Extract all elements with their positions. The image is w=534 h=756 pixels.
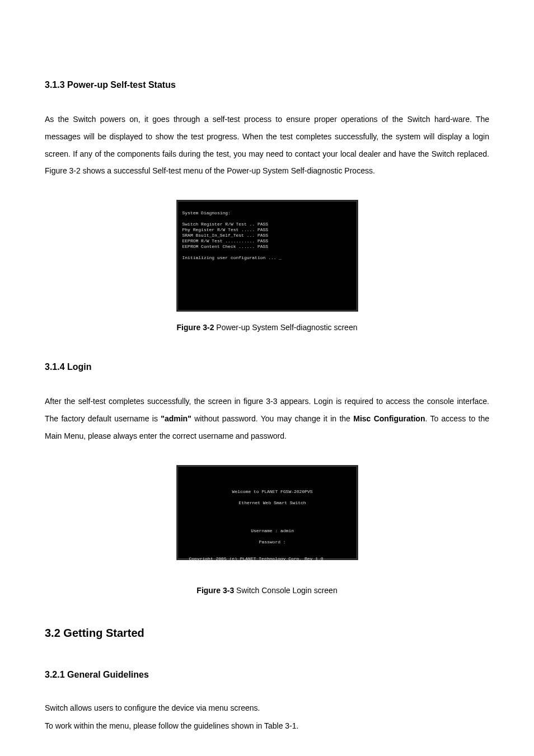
heading-3-1-4: 3.1.4 Login — [45, 360, 489, 374]
heading-3-1-3: 3.1.3 Power-up Self-test Status — [45, 78, 489, 92]
login-password: Password : — [259, 539, 286, 544]
login-copyright: Copyright 2005 (c) PLANET Technology Cor… — [182, 556, 352, 562]
terminal-login: Welcome to PLANET FGSW-2620PVS Ethernet … — [176, 465, 358, 560]
para-321-1: Switch allows users to configure the dev… — [45, 701, 489, 716]
heading-3-2: 3.2 Getting Started — [45, 624, 489, 641]
para314-mid: without password. You may change it in t… — [191, 414, 353, 423]
para314-admin: "admin" — [161, 414, 191, 423]
paragraph-3-1-3: As the Switch powers on, it goes through… — [45, 111, 489, 180]
caption-3-2-rest: Power-up System Self-diagnostic screen — [214, 323, 357, 332]
caption-3-2-bold: Figure 3-2 — [177, 323, 214, 332]
terminal-self-test: System Diagnosing: Switch Register R/W T… — [176, 200, 358, 312]
heading-3-2-1: 3.2.1 General Guidelines — [45, 668, 489, 682]
paragraph-3-1-4: After the self-test completes successful… — [45, 393, 489, 444]
figure-3-2-wrap: System Diagnosing: Switch Register R/W T… — [45, 200, 489, 312]
caption-3-3-rest: Switch Console Login screen — [234, 586, 337, 595]
caption-figure-3-3: Figure 3-3 Switch Console Login screen — [45, 585, 489, 597]
login-welcome1: Welcome to PLANET FGSW-2620PVS — [232, 489, 313, 494]
caption-figure-3-2: Figure 3-2 Power-up System Self-diagnost… — [45, 322, 489, 334]
para314-misc: Misc Configuration — [353, 414, 425, 423]
figure-3-3-wrap: Welcome to PLANET FGSW-2620PVS Ethernet … — [45, 465, 489, 575]
caption-3-3-bold: Figure 3-3 — [196, 586, 234, 595]
para-321-2: To work within the menu, please follow t… — [45, 719, 489, 734]
login-username: Username : admin — [251, 528, 294, 533]
login-welcome2: Ethernet Web Smart Switch — [239, 500, 306, 505]
